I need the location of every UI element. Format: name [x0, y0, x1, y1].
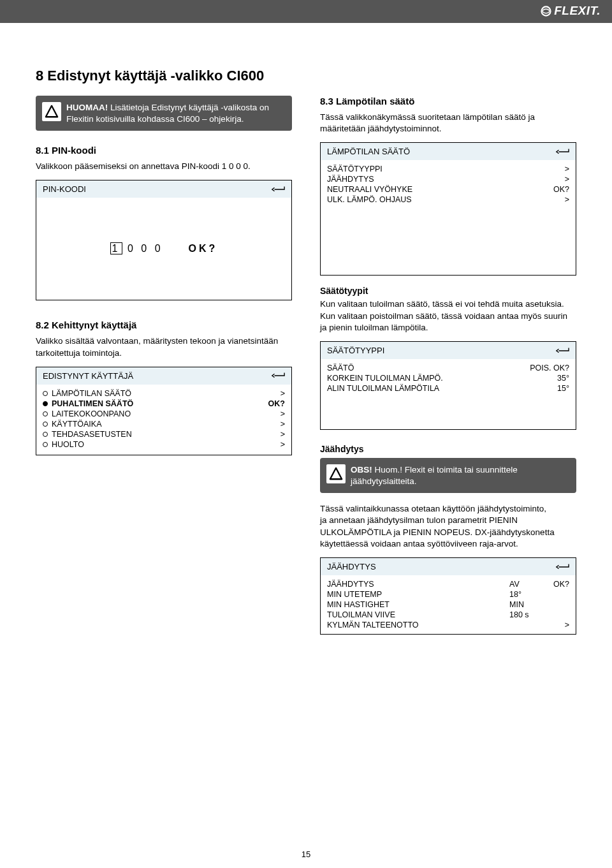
screen-temp-control-title: LÄMPÖTILAN SÄÄTÖ: [327, 147, 410, 156]
menu-row-text: LAITEKOKOONPANO: [52, 409, 131, 418]
menu-row-value: >: [565, 195, 569, 204]
menu-row: ALIN TULOILMAN LÄMPÖTILA15°: [327, 383, 569, 394]
menu-row: LÄMPÖTILAN SÄÄTÖ>: [43, 388, 285, 399]
menu-row-label: LAITEKOKOONPANO: [43, 409, 131, 418]
return-icon: [555, 148, 569, 156]
menu-row-text: HUOLTO: [52, 440, 84, 449]
notice-huomaa: HUOMAA! Lisätietoja Edistynyt käyttäjä -…: [36, 96, 292, 131]
menu-row-value: >: [280, 440, 285, 449]
menu-row-label: TULOILMAN VIIVE: [327, 610, 509, 619]
header-bar: FLEXIT.: [0, 0, 612, 23]
menu-row: JÄÄHDYTYS>: [327, 174, 569, 184]
menu-row: TULOILMAN VIIVE180 s: [327, 610, 569, 620]
heading-8-1: 8.1 PIN-koodi: [36, 145, 292, 156]
notice-huomaa-strong: HUOMAA!: [66, 103, 108, 112]
bullet-empty-icon: [43, 432, 48, 437]
pin-digit-1: 1: [110, 242, 122, 254]
menu-row-label: MIN HASTIGHET: [327, 600, 509, 609]
notice-obs-strong: OBS!: [351, 465, 372, 474]
menu-row-label: TEHDASASETUSTEN: [43, 430, 132, 439]
bullet-empty-icon: [43, 442, 48, 447]
menu-row-label: KYLMÄN TALTEENOTTO: [327, 621, 509, 629]
right-column: 8.3 Lämpötilan säätö Tässä valikkonäkymä…: [320, 96, 576, 635]
brand-text: FLEXIT.: [554, 4, 601, 18]
menu-row-value: >: [565, 175, 569, 184]
notice-obs-body: Huom.! Flexit ei toimita tai suunnittele…: [351, 465, 518, 486]
screen-pin-body: 1 0 0 0 OK?: [36, 198, 291, 300]
subheading-jaahdytys: Jäähdytys: [320, 444, 576, 454]
menu-row-label: SÄÄTÖ: [327, 364, 354, 372]
screen-saatotyyppi-title: SÄÄTÖTYYPPI: [327, 346, 384, 355]
screen-advanced-user-title: EDISTYNYT KÄYTTÄJÄ: [43, 371, 133, 381]
menu-row: MIN HASTIGHETMIN: [327, 600, 569, 610]
heading-8-3: 8.3 Lämpötilan säätö: [320, 96, 576, 107]
brand-logo: FLEXIT.: [541, 4, 601, 18]
warning-icon: [326, 464, 346, 483]
menu-row-value: OK?: [553, 185, 569, 194]
menu-row-value: OK?: [268, 399, 285, 408]
menu-row-label: SÄÄTÖTYYPPI: [327, 165, 382, 173]
screen-pin-title: PIN-KOODI: [43, 184, 86, 194]
para-8-3: Tässä valikkonäkymässä suoritetaan lämpö…: [320, 112, 576, 135]
menu-row-value: 15°: [557, 384, 569, 393]
menu-row-value-1: [509, 621, 540, 629]
screen-advanced-user: EDISTYNYT KÄYTTÄJÄ LÄMPÖTILAN SÄÄTÖ>PUHA…: [36, 367, 292, 455]
bullet-empty-icon: [43, 411, 48, 416]
menu-row-value-2: [540, 610, 569, 619]
screen-saatotyyppi: SÄÄTÖTYYPPI SÄÄTÖPOIS. OK?KORKEIN TULOIL…: [320, 341, 576, 430]
screen-saatotyyppi-title-row: SÄÄTÖTYYPPI: [321, 342, 576, 359]
menu-row-value-1: AV: [509, 580, 540, 589]
menu-row: NEUTRAALI VYÖHYKEOK?: [327, 184, 569, 195]
menu-row-value: >: [280, 389, 285, 398]
pin-entry: 1 0 0 0 OK?: [110, 243, 218, 254]
menu-row-value: >: [280, 430, 285, 439]
menu-row-text: PUHALTIMEN SÄÄTÖ: [52, 399, 133, 408]
screen-jaahdytys-body: JÄÄHDYTYSAVOK?MIN UTETEMP18°MIN HASTIGHE…: [321, 575, 576, 634]
notice-obs: OBS! Huom.! Flexit ei toimita tai suunni…: [320, 458, 576, 493]
warning-icon: [42, 102, 61, 121]
pin-ok: OK?: [189, 243, 218, 254]
menu-row: SÄÄTÖTYYPPI>: [327, 164, 569, 174]
menu-row-label: JÄÄHDYTYS: [327, 175, 374, 184]
screen-saatotyyppi-body: SÄÄTÖPOIS. OK?KORKEIN TULOILMAN LÄMPÖ.35…: [321, 359, 576, 429]
menu-row-value: >: [280, 409, 285, 418]
return-icon: [271, 372, 285, 379]
notice-obs-text: OBS! Huom.! Flexit ei toimita tai suunni…: [351, 464, 570, 487]
menu-row: MIN UTETEMP18°: [327, 589, 569, 600]
menu-row: KORKEIN TULOILMAN LÄMPÖ.35°: [327, 373, 569, 383]
menu-row-value: POIS. OK?: [530, 364, 569, 372]
menu-row-label: ALIN TULOILMAN LÄMPÖTILA: [327, 384, 439, 393]
menu-row-value-1: 18°: [509, 590, 540, 599]
return-icon: [555, 563, 569, 571]
para-saatotyypit: Kun valitaan tuloilman säätö, tässä ei v…: [320, 298, 576, 334]
bullet-filled-icon: [43, 401, 48, 406]
menu-row-value-1: MIN: [509, 600, 540, 609]
menu-row-value-1: 180 s: [509, 610, 540, 619]
pin-digits: 1 0 0 0: [110, 243, 163, 254]
screen-jaahdytys-title: JÄÄHDYTYS: [327, 562, 376, 571]
screen-advanced-user-body: LÄMPÖTILAN SÄÄTÖ>PUHALTIMEN SÄÄTÖOK?LAIT…: [36, 385, 291, 455]
menu-row-label: NEUTRAALI VYÖHYKE: [327, 185, 412, 194]
menu-row-label: JÄÄHDYTYS: [327, 580, 509, 589]
menu-row-value-2: [540, 600, 569, 609]
menu-row: PUHALTIMEN SÄÄTÖOK?: [43, 399, 285, 409]
menu-row-label: MIN UTETEMP: [327, 590, 509, 599]
page-title: 8 Edistynyt käyttäjä -valikko CI600: [36, 68, 576, 84]
notice-huomaa-text: HUOMAA! Lisätietoja Edistynyt käyttäjä -…: [66, 102, 286, 124]
left-column: HUOMAA! Lisätietoja Edistynyt käyttäjä -…: [36, 96, 292, 635]
menu-row-label: LÄMPÖTILAN SÄÄTÖ: [43, 389, 131, 398]
menu-row-text: TEHDASASETUSTEN: [52, 430, 132, 439]
heading-8-2: 8.2 Kehittynyt käyttäjä: [36, 320, 292, 330]
screen-pin-title-row: PIN-KOODI: [36, 180, 291, 198]
para-8-2: Valikko sisältää valvontaan, määritysten…: [36, 335, 292, 358]
subheading-saatotyypit: Säätötyypit: [320, 286, 576, 296]
screen-temp-control-body: SÄÄTÖTYYPPI>JÄÄHDYTYS>NEUTRAALI VYÖHYKEO…: [321, 160, 576, 275]
pin-digit-2: 0: [127, 243, 136, 254]
menu-row-label: PUHALTIMEN SÄÄTÖ: [43, 399, 133, 408]
menu-row: ULK. LÄMPÖ. OHJAUS>: [327, 195, 569, 205]
menu-row-label: HUOLTO: [43, 440, 84, 449]
menu-row: JÄÄHDYTYSAVOK?: [327, 579, 569, 589]
menu-row: KYLMÄN TALTEENOTTO>: [327, 620, 569, 630]
para-jaahdytys: Tässä valintaikkunassa otetaan käyttöön …: [320, 503, 576, 550]
return-icon: [555, 347, 569, 355]
